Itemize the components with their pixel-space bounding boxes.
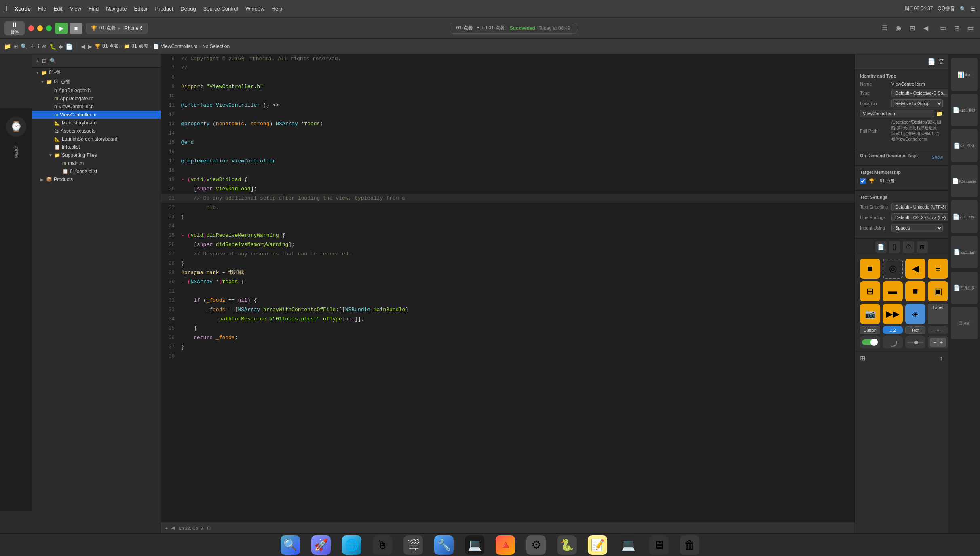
file-reveal-icon[interactable]: 📁	[936, 110, 943, 117]
mode-code-icon[interactable]: {}	[889, 241, 900, 253]
tree-item-main-m[interactable]: ▶ m main.m	[32, 159, 161, 167]
nav-report-icon[interactable]: 📄	[65, 43, 72, 50]
pause-button[interactable]: ⏸ 暂停	[4, 21, 25, 36]
thumb-zjl[interactable]: 📄 ZJL...etail	[951, 200, 978, 233]
rounded-rect-icon[interactable]: ▣	[928, 281, 948, 301]
breadcrumb-level3[interactable]: ViewController.m	[161, 44, 197, 49]
progress-view[interactable]	[905, 336, 925, 348]
indent-select[interactable]: Spaces	[891, 224, 943, 232]
dock-trash[interactable]: 🗑	[680, 535, 699, 555]
tree-item-main-storyboard[interactable]: ▶ 📐 Main.storyboard	[32, 119, 161, 127]
menu-file[interactable]: File	[38, 6, 46, 12]
dock-terminal[interactable]: 💻	[465, 535, 484, 555]
sort-icon[interactable]: 🔍	[50, 58, 56, 64]
thumb-13[interactable]: 📄 #13...业进	[951, 94, 978, 126]
tree-item-launchscreen[interactable]: ▶ 📐 LaunchScreen.storyboard	[32, 135, 161, 143]
square-component-icon[interactable]: ■	[905, 281, 925, 301]
menu-find[interactable]: Find	[89, 6, 99, 12]
menu-debug[interactable]: Debug	[180, 6, 196, 12]
camera-icon[interactable]: 📷	[860, 304, 880, 324]
dock-snake[interactable]: 🐍	[557, 535, 577, 555]
minimize-window-button[interactable]	[37, 25, 43, 31]
thumb-xlsx[interactable]: 📊 xlsx	[951, 58, 978, 91]
nav-test-icon[interactable]: ⊕	[42, 43, 47, 50]
thumb-chedan[interactable]: 📄 车丹分享	[951, 272, 978, 304]
dock-settings[interactable]: ⚙	[526, 535, 546, 555]
thumb-ios1[interactable]: 📄 ios1...tail	[951, 236, 978, 268]
dock-code-editor[interactable]: 💻	[619, 535, 638, 555]
close-window-button[interactable]	[28, 25, 34, 31]
tree-item-infoplist[interactable]: ▶ 📋 Info.plist	[32, 143, 161, 151]
split-icon[interactable]: ⊟	[951, 23, 962, 34]
back-arrow-icon[interactable]: ◀	[905, 259, 925, 279]
tree-item-foods-plist[interactable]: ▶ 📋 01foods.plist	[32, 167, 161, 175]
grid-component-icon[interactable]: ⊞	[860, 281, 880, 301]
run-button[interactable]: ▶	[55, 23, 68, 34]
button-component[interactable]: Button	[860, 326, 880, 334]
location-select[interactable]: Relative to Group	[891, 99, 943, 107]
menu-xcode[interactable]: Xcode	[15, 6, 31, 12]
dock-pycharm[interactable]: 🔺	[496, 535, 515, 555]
scheme-selector[interactable]: 🏆 01-点餐 ▸ iPhone 6	[86, 23, 148, 34]
grid-view-icon[interactable]: ⊞	[860, 354, 865, 362]
tree-item-viewcontroller-h[interactable]: ▶ h ViewController.h	[32, 103, 161, 111]
inspector-file-icon[interactable]: 📄	[927, 58, 936, 65]
tree-item-appdelegate-m[interactable]: ▶ m AppDelegate.m	[32, 95, 161, 103]
nav-breakpoint-icon[interactable]: ◆	[59, 43, 63, 50]
menu-window[interactable]: Window	[245, 6, 264, 12]
segmented-control[interactable]: 1 2	[883, 326, 903, 334]
mode-grid-icon[interactable]: ⊞	[917, 241, 928, 253]
tree-item-supporting[interactable]: ▼ 📁 Supporting Files	[32, 151, 161, 159]
slider-component[interactable]: —●—	[928, 326, 948, 334]
status-info-icon[interactable]: Ln 22, Col 9	[179, 526, 203, 531]
nav-debug-icon[interactable]: 🐛	[49, 43, 56, 50]
dock-notes[interactable]: 📝	[588, 535, 607, 555]
activity-indicator[interactable]	[883, 336, 903, 348]
nav-back-icon[interactable]: ◀	[81, 43, 85, 50]
breadcrumb-level1[interactable]: 01-点餐	[102, 43, 119, 50]
thumb-desktop[interactable]: 🖥 桌面	[951, 307, 978, 339]
endings-select[interactable]: Default - OS X / Unix (LF)	[891, 213, 948, 221]
menu-editor[interactable]: Editor	[134, 6, 148, 12]
nav-warning-icon[interactable]: ⚠	[30, 43, 35, 50]
list-icon[interactable]: ≡	[928, 259, 948, 279]
encoding-select[interactable]: Default - Unicode (UTF-8)	[891, 203, 948, 211]
dock-finder[interactable]: 🔍	[281, 535, 300, 555]
inspector-quick-icon[interactable]: ⏱	[938, 58, 944, 65]
debug-icon[interactable]: ▭	[937, 23, 948, 34]
menu-source-control[interactable]: Source Control	[203, 6, 239, 12]
tree-root[interactable]: ▼ 📁 01-餐	[32, 68, 161, 77]
dock-quicktime[interactable]: 🎬	[403, 535, 423, 555]
nav-folder-icon[interactable]: 📁	[4, 43, 11, 50]
status-add-icon[interactable]: +	[165, 526, 167, 531]
show-button[interactable]: Show	[931, 155, 943, 160]
utilities-icon[interactable]: ▭	[965, 23, 976, 34]
mode-clock-icon[interactable]: ⏱	[903, 241, 914, 253]
search-icon[interactable]: 🔍	[960, 6, 966, 12]
label-component[interactable]: Label	[928, 304, 948, 324]
thumb-ksi[interactable]: 📄 KSI...aster	[951, 165, 978, 197]
activity-icon[interactable]: ◉	[893, 23, 904, 34]
menu-help[interactable]: Help	[272, 6, 283, 12]
status-navigate-icon[interactable]: ◀	[171, 525, 175, 531]
tree-item-viewcontroller-m[interactable]: ▶ m ViewController.m	[32, 111, 161, 119]
stop-component-icon[interactable]: ■	[860, 259, 880, 279]
dock-launchpad[interactable]: 🚀	[311, 535, 331, 555]
code-editor[interactable]: 6 // Copyright © 2015年 itheima. All righ…	[161, 54, 855, 533]
dock-xcode[interactable]: 🔧	[434, 535, 454, 555]
cube-icon[interactable]: ◈	[905, 304, 925, 324]
file-input[interactable]	[860, 110, 934, 117]
media-icon[interactable]: ▶▶	[883, 304, 903, 324]
menu-view[interactable]: View	[70, 6, 81, 12]
status-layout-icon[interactable]: ⊟	[207, 525, 211, 531]
dock-screen[interactable]: 🖥	[649, 535, 669, 555]
stop-button[interactable]: ■	[70, 23, 82, 34]
menu-product[interactable]: Product	[155, 6, 173, 12]
menu-navigate[interactable]: Navigate	[106, 6, 127, 12]
version-icon[interactable]: ◀	[920, 23, 931, 34]
switch-component[interactable]	[860, 336, 880, 348]
nav-forward-icon[interactable]: ▶	[88, 43, 92, 50]
nav-search-icon[interactable]: 🔍	[21, 43, 27, 50]
tree-item-appdelegate-h[interactable]: ▶ h AppDelegate.h	[32, 86, 161, 95]
add-file-icon[interactable]: +	[36, 58, 39, 64]
